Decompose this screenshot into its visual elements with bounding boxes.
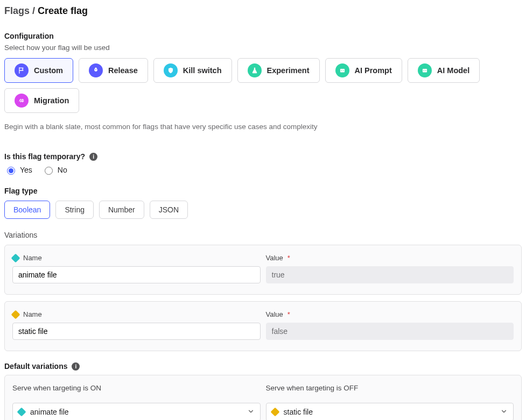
svg-point-2	[341, 70, 342, 71]
config-experiment-button[interactable]: Experiment	[237, 58, 320, 83]
config-aiprompt-label: AI Prompt	[355, 66, 392, 75]
name-label-text: Name	[23, 310, 42, 318]
config-description: Begin with a blank slate, most common fo…	[4, 123, 522, 131]
config-custom-label: Custom	[34, 66, 63, 75]
defaults-on-value: animate file	[30, 408, 69, 416]
value-label-text: Value	[266, 254, 283, 262]
config-aimodel-label: AI Model	[437, 66, 469, 75]
variation2-value-label: Value*	[266, 310, 514, 318]
config-migration-button[interactable]: A›B Migration	[4, 88, 79, 113]
chevron-down-icon	[247, 408, 255, 417]
variations-title: Variations	[4, 231, 522, 239]
config-kill-label: Kill switch	[183, 66, 222, 75]
defaults-title: Default variations	[4, 362, 67, 371]
variation-row-1: Name Value*	[4, 245, 522, 295]
value-label-text: Value	[266, 310, 283, 318]
flagtype-options: Boolean String Number JSON	[4, 201, 522, 219]
info-icon[interactable]: i	[72, 362, 80, 371]
svg-point-0	[95, 69, 96, 70]
svg-point-5	[423, 70, 424, 71]
flag-icon	[15, 63, 29, 77]
variation2-name-label: Name	[12, 310, 261, 318]
robot-icon	[335, 63, 349, 77]
temporary-question-row: Is this flag temporary? i	[4, 152, 522, 161]
defaults-title-row: Default variations i	[4, 362, 522, 371]
config-release-button[interactable]: Release	[79, 58, 148, 83]
breadcrumb: Flags / Create flag	[4, 5, 522, 17]
required-indicator: *	[287, 254, 290, 262]
defaults-off-select[interactable]: static file	[266, 403, 514, 420]
name-label-text: Name	[23, 254, 42, 262]
defaults-off-label: Serve when targeting is OFF	[266, 384, 514, 392]
variation-row-2: Name Value*	[4, 301, 522, 351]
temporary-question: Is this flag temporary?	[4, 152, 85, 161]
shield-icon	[164, 63, 178, 77]
temporary-yes-label[interactable]: Yes	[4, 165, 32, 175]
defaults-panel: Serve when targeting is ON Serve when ta…	[4, 375, 522, 420]
variation1-value-label: Value*	[266, 254, 514, 262]
svg-text:A›B: A›B	[19, 99, 24, 102]
config-options: Custom Release Kill switch Experiment AI…	[4, 58, 522, 113]
breadcrumb-current: Create flag	[38, 5, 88, 16]
breadcrumb-parent[interactable]: Flags	[4, 5, 30, 16]
temporary-yes-radio[interactable]	[7, 167, 15, 175]
info-icon[interactable]: i	[89, 153, 97, 161]
diamond-icon	[11, 253, 20, 262]
flagtype-boolean-button[interactable]: Boolean	[4, 201, 50, 219]
diamond-icon	[11, 310, 20, 319]
breadcrumb-sep: /	[30, 5, 38, 16]
defaults-off-value: static file	[284, 408, 313, 416]
rocket-icon	[89, 63, 103, 77]
robot-icon	[418, 63, 432, 77]
flask-icon	[248, 63, 262, 77]
defaults-on-label: Serve when targeting is ON	[12, 384, 261, 392]
variation2-name-input[interactable]	[12, 323, 261, 340]
compare-icon: A›B	[15, 94, 29, 108]
config-aimodel-button[interactable]: AI Model	[408, 58, 480, 83]
flagtype-json-button[interactable]: JSON	[150, 201, 188, 219]
required-indicator: *	[287, 310, 290, 318]
config-aiprompt-button[interactable]: AI Prompt	[325, 58, 402, 83]
svg-rect-1	[340, 69, 344, 72]
config-experiment-label: Experiment	[267, 66, 310, 75]
variation1-value-input	[266, 266, 514, 283]
flagtype-string-button[interactable]: String	[55, 201, 94, 219]
variation2-value-input	[266, 323, 514, 340]
svg-rect-4	[423, 69, 427, 72]
defaults-on-select[interactable]: animate file	[12, 403, 261, 420]
chevron-down-icon	[500, 408, 508, 417]
config-custom-button[interactable]: Custom	[4, 58, 73, 83]
diamond-icon	[17, 408, 26, 417]
svg-point-6	[425, 70, 426, 71]
config-kill-button[interactable]: Kill switch	[153, 58, 232, 83]
temporary-yes-text: Yes	[20, 166, 32, 174]
temporary-no-label[interactable]: No	[42, 165, 67, 175]
flagtype-number-button[interactable]: Number	[99, 201, 144, 219]
flagtype-title: Flag type	[4, 187, 522, 195]
diamond-icon	[270, 408, 279, 417]
temporary-radios: Yes No	[4, 165, 522, 175]
config-title: Configuration	[4, 32, 522, 40]
config-release-label: Release	[108, 66, 138, 75]
temporary-no-radio[interactable]	[45, 167, 53, 175]
variation1-name-input[interactable]	[12, 266, 261, 283]
config-subtitle: Select how your flag will be used	[4, 44, 522, 52]
config-migration-label: Migration	[34, 96, 69, 105]
temporary-no-text: No	[58, 166, 67, 174]
svg-point-3	[343, 70, 344, 71]
variation1-name-label: Name	[12, 254, 261, 262]
